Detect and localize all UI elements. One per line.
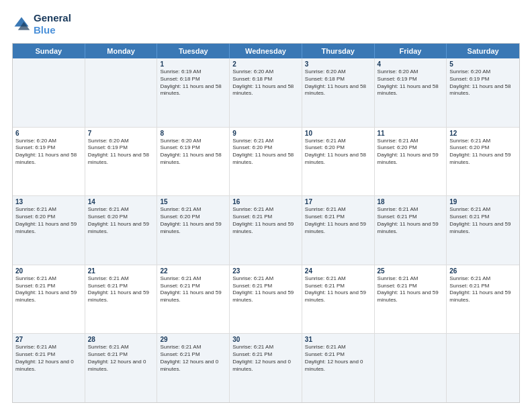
day-details: Sunrise: 6:20 AM Sunset: 6:19 PM Dayligh… (160, 138, 226, 167)
day-number: 20 (15, 267, 82, 275)
day-number: 21 (88, 267, 154, 275)
calendar-cell: 21Sunrise: 6:21 AM Sunset: 6:21 PM Dayli… (85, 265, 158, 334)
calendar-cell: 6Sunrise: 6:20 AM Sunset: 6:19 PM Daylig… (13, 128, 85, 196)
day-details: Sunrise: 6:21 AM Sunset: 6:20 PM Dayligh… (15, 206, 82, 235)
day-number: 14 (88, 198, 154, 205)
weekday-header: Wednesday (230, 44, 302, 58)
day-details: Sunrise: 6:21 AM Sunset: 6:21 PM Dayligh… (449, 275, 517, 304)
calendar-cell: 20Sunrise: 6:21 AM Sunset: 6:21 PM Dayli… (13, 265, 85, 334)
day-number: 24 (305, 267, 371, 275)
day-number: 11 (378, 130, 444, 137)
day-number: 6 (15, 130, 82, 137)
day-details: Sunrise: 6:21 AM Sunset: 6:20 PM Dayligh… (305, 138, 371, 167)
calendar-cell: 11Sunrise: 6:21 AM Sunset: 6:20 PM Dayli… (375, 128, 447, 196)
day-details: Sunrise: 6:21 AM Sunset: 6:21 PM Dayligh… (160, 344, 226, 373)
calendar-cell: 15Sunrise: 6:21 AM Sunset: 6:20 PM Dayli… (157, 196, 230, 265)
day-number: 19 (449, 198, 517, 205)
day-details: Sunrise: 6:21 AM Sunset: 6:21 PM Dayligh… (15, 344, 82, 373)
day-number: 5 (449, 60, 517, 68)
weekday-header: Tuesday (157, 44, 230, 58)
weekday-header: Saturday (447, 44, 519, 58)
day-number: 16 (232, 198, 299, 205)
day-number: 3 (305, 60, 371, 68)
calendar-cell: 17Sunrise: 6:21 AM Sunset: 6:21 PM Dayli… (302, 196, 375, 265)
calendar-cell: 12Sunrise: 6:21 AM Sunset: 6:20 PM Dayli… (447, 128, 519, 196)
day-number: 9 (232, 130, 299, 137)
day-details: Sunrise: 6:21 AM Sunset: 6:21 PM Dayligh… (15, 275, 82, 304)
calendar-cell: 25Sunrise: 6:21 AM Sunset: 6:21 PM Dayli… (375, 265, 447, 334)
day-details: Sunrise: 6:21 AM Sunset: 6:21 PM Dayligh… (88, 275, 154, 304)
day-details: Sunrise: 6:21 AM Sunset: 6:21 PM Dayligh… (232, 344, 299, 373)
calendar-cell (85, 58, 158, 127)
weekday-header: Thursday (302, 44, 375, 58)
calendar-row: 20Sunrise: 6:21 AM Sunset: 6:21 PM Dayli… (13, 265, 519, 334)
calendar-cell: 14Sunrise: 6:21 AM Sunset: 6:20 PM Dayli… (85, 196, 158, 265)
day-number: 12 (449, 130, 517, 137)
calendar: SundayMondayTuesdayWednesdayThursdayFrid… (12, 43, 520, 403)
weekday-header: Monday (85, 44, 158, 58)
day-number: 22 (160, 267, 226, 275)
calendar-cell: 1Sunrise: 6:19 AM Sunset: 6:18 PM Daylig… (157, 58, 230, 127)
calendar-row: 1Sunrise: 6:19 AM Sunset: 6:18 PM Daylig… (13, 58, 519, 128)
header: General Blue (12, 12, 520, 36)
day-details: Sunrise: 6:19 AM Sunset: 6:18 PM Dayligh… (160, 68, 226, 97)
day-details: Sunrise: 6:20 AM Sunset: 6:19 PM Dayligh… (449, 68, 517, 97)
calendar-cell: 7Sunrise: 6:20 AM Sunset: 6:19 PM Daylig… (85, 128, 158, 196)
day-details: Sunrise: 6:21 AM Sunset: 6:21 PM Dayligh… (232, 275, 299, 304)
day-number: 23 (232, 267, 299, 275)
day-number: 10 (305, 130, 371, 137)
calendar-cell: 31Sunrise: 6:21 AM Sunset: 6:21 PM Dayli… (302, 334, 375, 402)
calendar-cell: 29Sunrise: 6:21 AM Sunset: 6:21 PM Dayli… (157, 334, 230, 402)
day-details: Sunrise: 6:21 AM Sunset: 6:20 PM Dayligh… (232, 138, 299, 167)
calendar-cell: 9Sunrise: 6:21 AM Sunset: 6:20 PM Daylig… (230, 128, 302, 196)
logo-text: General Blue (34, 12, 71, 36)
day-details: Sunrise: 6:21 AM Sunset: 6:21 PM Dayligh… (305, 344, 371, 373)
calendar-cell: 30Sunrise: 6:21 AM Sunset: 6:21 PM Dayli… (230, 334, 302, 402)
calendar-row: 6Sunrise: 6:20 AM Sunset: 6:19 PM Daylig… (13, 128, 519, 197)
day-number: 8 (160, 130, 226, 137)
day-number: 31 (305, 336, 371, 343)
day-number: 17 (305, 198, 371, 205)
day-number: 26 (449, 267, 517, 275)
calendar-cell: 13Sunrise: 6:21 AM Sunset: 6:20 PM Dayli… (13, 196, 85, 265)
day-number: 1 (160, 60, 226, 68)
weekday-header: Sunday (13, 44, 85, 58)
day-number: 29 (160, 336, 226, 343)
day-details: Sunrise: 6:20 AM Sunset: 6:18 PM Dayligh… (305, 68, 371, 97)
day-details: Sunrise: 6:21 AM Sunset: 6:21 PM Dayligh… (378, 275, 444, 304)
calendar-header: SundayMondayTuesdayWednesdayThursdayFrid… (13, 44, 519, 58)
day-number: 27 (15, 336, 82, 343)
day-details: Sunrise: 6:21 AM Sunset: 6:20 PM Dayligh… (160, 206, 226, 235)
calendar-cell: 23Sunrise: 6:21 AM Sunset: 6:21 PM Dayli… (230, 265, 302, 334)
day-number: 2 (232, 60, 299, 68)
day-details: Sunrise: 6:21 AM Sunset: 6:21 PM Dayligh… (305, 206, 371, 235)
day-number: 13 (15, 198, 82, 205)
calendar-cell (13, 58, 85, 127)
calendar-cell: 26Sunrise: 6:21 AM Sunset: 6:21 PM Dayli… (447, 265, 519, 334)
calendar-row: 27Sunrise: 6:21 AM Sunset: 6:21 PM Dayli… (13, 334, 519, 402)
day-details: Sunrise: 6:20 AM Sunset: 6:19 PM Dayligh… (15, 138, 82, 167)
calendar-cell: 19Sunrise: 6:21 AM Sunset: 6:21 PM Dayli… (447, 196, 519, 265)
calendar-cell: 22Sunrise: 6:21 AM Sunset: 6:21 PM Dayli… (157, 265, 230, 334)
weekday-header: Friday (375, 44, 447, 58)
calendar-cell: 8Sunrise: 6:20 AM Sunset: 6:19 PM Daylig… (157, 128, 230, 196)
calendar-cell: 16Sunrise: 6:21 AM Sunset: 6:21 PM Dayli… (230, 196, 302, 265)
day-details: Sunrise: 6:20 AM Sunset: 6:18 PM Dayligh… (232, 68, 299, 97)
calendar-cell: 3Sunrise: 6:20 AM Sunset: 6:18 PM Daylig… (302, 58, 375, 127)
calendar-cell: 24Sunrise: 6:21 AM Sunset: 6:21 PM Dayli… (302, 265, 375, 334)
day-details: Sunrise: 6:21 AM Sunset: 6:21 PM Dayligh… (305, 275, 371, 304)
day-details: Sunrise: 6:21 AM Sunset: 6:21 PM Dayligh… (160, 275, 226, 304)
calendar-cell (375, 334, 447, 402)
day-details: Sunrise: 6:21 AM Sunset: 6:20 PM Dayligh… (88, 206, 154, 235)
calendar-cell: 5Sunrise: 6:20 AM Sunset: 6:19 PM Daylig… (447, 58, 519, 127)
logo-icon (12, 15, 31, 34)
page: General Blue SundayMondayTuesdayWednesda… (0, 0, 532, 411)
calendar-cell: 2Sunrise: 6:20 AM Sunset: 6:18 PM Daylig… (230, 58, 302, 127)
day-number: 18 (378, 198, 444, 205)
day-details: Sunrise: 6:20 AM Sunset: 6:19 PM Dayligh… (88, 138, 154, 167)
calendar-cell (447, 334, 519, 402)
calendar-cell: 4Sunrise: 6:20 AM Sunset: 6:19 PM Daylig… (375, 58, 447, 127)
calendar-cell: 10Sunrise: 6:21 AM Sunset: 6:20 PM Dayli… (302, 128, 375, 196)
day-details: Sunrise: 6:21 AM Sunset: 6:20 PM Dayligh… (378, 138, 444, 167)
day-details: Sunrise: 6:21 AM Sunset: 6:21 PM Dayligh… (449, 206, 517, 235)
